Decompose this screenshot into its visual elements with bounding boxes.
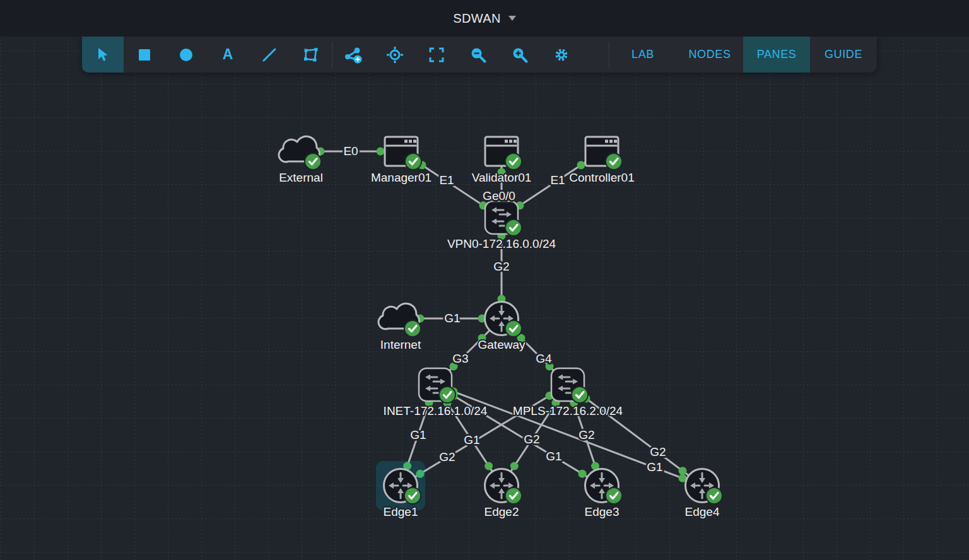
node-edge1[interactable]: Edge1	[376, 461, 425, 518]
node-edge2[interactable]: Edge2	[484, 469, 522, 519]
link-endpoint	[578, 470, 587, 478]
fit-to-view-button[interactable]	[416, 37, 457, 73]
link-label: G1	[546, 450, 561, 463]
line-icon	[262, 47, 277, 62]
link-label: Ge0/0	[483, 189, 515, 202]
status-badge-running	[606, 487, 622, 504]
node-label: Edge1	[384, 505, 418, 518]
link-label: E0	[343, 144, 358, 158]
tab-lab-label: LAB	[631, 48, 654, 61]
svg-text:A: A	[223, 47, 233, 62]
link-label: G2	[493, 260, 509, 273]
link-label: G4	[536, 352, 552, 365]
square-icon	[138, 49, 151, 61]
top-bar: SDWAN	[0, 0, 969, 37]
node-label: Edge2	[484, 505, 519, 518]
tab-guide[interactable]: GUIDE	[810, 37, 877, 73]
zoom-out-button[interactable]	[457, 37, 499, 73]
crosshair-icon	[386, 46, 404, 64]
link-label: G1	[647, 460, 662, 474]
link-label: G3	[452, 352, 468, 365]
polygon-icon	[303, 47, 319, 63]
node-label: External	[279, 171, 323, 184]
status-badge-running	[572, 387, 588, 403]
status-badge-running	[706, 487, 722, 504]
circle-icon	[179, 48, 193, 62]
zoom-in-button[interactable]	[499, 37, 541, 73]
link-label: E1	[439, 173, 454, 187]
topology-canvas[interactable]: ExternalManager01Validator01Controller01…	[0, 0, 969, 560]
center-view-button[interactable]	[374, 37, 416, 73]
tab-nodes-label: NODES	[688, 48, 731, 61]
text-icon: A	[220, 47, 235, 62]
lab-title-dropdown[interactable]: SDWAN	[453, 11, 516, 26]
caret-down-icon	[508, 16, 516, 21]
status-badge-running	[305, 153, 321, 170]
link-label: G1	[410, 428, 426, 441]
status-badge-running	[606, 153, 622, 170]
fullscreen-icon	[428, 47, 445, 63]
link-label: G1	[444, 312, 460, 325]
cursor-icon	[96, 47, 110, 62]
rectangle-tool[interactable]	[124, 37, 165, 73]
text-tool[interactable]: A	[207, 37, 249, 73]
node-label: Validator01	[472, 171, 532, 184]
settings-button[interactable]	[541, 37, 582, 73]
tab-panes[interactable]: PANES	[743, 37, 810, 73]
link-label: G2	[524, 433, 539, 446]
node-label: Manager01	[371, 171, 432, 184]
add-node-button[interactable]	[332, 37, 374, 73]
select-tool[interactable]	[82, 37, 124, 73]
link-endpoint	[484, 462, 493, 470]
link-endpoint	[679, 467, 687, 475]
line-tool[interactable]	[249, 37, 290, 73]
node-edge3[interactable]: Edge3	[585, 469, 622, 519]
node-label: Gateway	[478, 338, 526, 351]
toolbar-spacer	[582, 37, 609, 73]
node-edge4[interactable]: Edge4	[685, 469, 722, 519]
ellipse-tool[interactable]	[165, 37, 207, 73]
zoom-out-icon	[469, 46, 487, 64]
node-label: Internet	[380, 338, 421, 351]
link-endpoint	[510, 462, 519, 470]
status-badge-running	[505, 219, 522, 236]
status-badge-running	[505, 153, 522, 170]
toolbar: A	[82, 37, 877, 73]
node-label: INET-172.16.1.0/24	[384, 404, 488, 417]
link-endpoint	[577, 161, 585, 169]
tab-nodes[interactable]: NODES	[676, 37, 743, 73]
node-label: Edge4	[685, 505, 720, 518]
zoom-in-icon	[511, 46, 529, 64]
node-label: VPN0-172.16.0.0/24	[447, 237, 556, 250]
link-label: G1	[464, 433, 479, 446]
link-label: G2	[578, 428, 594, 441]
link-label: G2	[439, 450, 455, 464]
link-label: E1	[550, 173, 565, 187]
status-badge-running	[404, 487, 421, 504]
node-label: Edge3	[585, 505, 620, 518]
node-label: Controller01	[569, 171, 635, 184]
status-badge-running	[505, 487, 522, 504]
polygon-tool[interactable]	[290, 37, 332, 73]
status-badge-running	[439, 387, 455, 403]
add-node-icon	[344, 46, 362, 64]
canvas-grid	[0, 0, 969, 560]
link-label: G2	[650, 445, 666, 458]
status-badge-running	[405, 153, 421, 170]
node-label: MPLS-172.16.2.0/24	[513, 404, 623, 417]
node-internet[interactable]: Internet	[379, 303, 421, 351]
tab-panes-label: PANES	[757, 48, 797, 61]
tab-guide-label: GUIDE	[825, 48, 862, 61]
status-badge-running	[404, 320, 421, 337]
node-external[interactable]: External	[279, 136, 323, 184]
gear-icon	[553, 46, 570, 64]
status-badge-running	[505, 320, 522, 337]
link-endpoint	[377, 148, 385, 156]
tab-lab[interactable]: LAB	[609, 37, 676, 73]
lab-title: SDWAN	[453, 11, 501, 26]
